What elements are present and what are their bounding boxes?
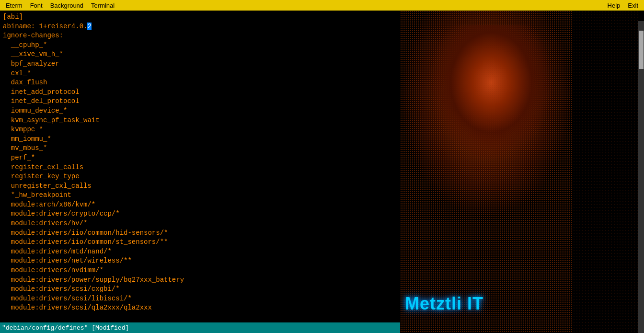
terminal-line: module:drivers/mtd/nand/*: [3, 247, 397, 257]
terminal-line: module:drivers/hv/*: [3, 219, 397, 229]
terminal-line: register_key_type: [3, 172, 397, 182]
scrollbar[interactable]: [638, 21, 644, 333]
terminal-output[interactable]: [abi]abiname: 1+reiser4.0.2ignore-change…: [0, 11, 400, 322]
dither-svg: [400, 11, 573, 333]
terminal-line: module:drivers/iio/common/st_sensors/**: [3, 238, 397, 247]
statusbar: "debian/config/defines" [Modified]: [0, 322, 400, 333]
menu-exit[interactable]: Exit: [624, 1, 642, 10]
right-panel: Metztli IT: [400, 11, 638, 333]
terminal-line: ignore-changes:: [3, 31, 397, 41]
terminal-line: abiname: 1+reiser4.0.2: [3, 22, 397, 32]
menu-background[interactable]: Background: [46, 1, 87, 10]
menu-terminal[interactable]: Terminal: [87, 1, 118, 10]
menu-eterm[interactable]: Eterm: [2, 1, 26, 10]
image-area: Metztli IT: [400, 11, 638, 333]
terminal-line: unregister_cxl_calls: [3, 182, 397, 191]
terminal-line: dax_flush: [3, 78, 397, 88]
terminal-line: mm_iommu_*: [3, 135, 397, 144]
brand-text: Metztli IT: [405, 294, 483, 314]
terminal-line: module:drivers/scsi/qla2xxx/qla2xxx: [3, 303, 397, 313]
menu-help[interactable]: Help: [604, 1, 624, 10]
terminal-line: kvmppc_*: [3, 125, 397, 135]
highlighted-char: 2: [87, 23, 91, 30]
terminal-line: module:drivers/net/wireless/**: [3, 256, 397, 266]
menu-font[interactable]: Font: [26, 1, 46, 10]
terminal-line: __xive_vm_h_*: [3, 50, 397, 59]
terminal-line: module:drivers/scsi/libiscsi/*: [3, 294, 397, 304]
svg-point-6: [436, 49, 541, 183]
terminal-line: __cpuhp_*: [3, 41, 397, 50]
terminal-line: module:drivers/scsi/cxgbi/*: [3, 285, 397, 294]
menubar: Eterm Font Background Terminal Help Exit: [0, 0, 644, 11]
terminal-line: mv_mbus_*: [3, 144, 397, 153]
terminal-line: module:drivers/iio/common/hid-sensors/*: [3, 229, 397, 238]
terminal-line: cxl_*: [3, 69, 397, 79]
main-area: [abi]abiname: 1+reiser4.0.2ignore-change…: [0, 11, 644, 333]
terminal-line: perf_*: [3, 153, 397, 163]
terminal-line: module:drivers/nvdimm/*: [3, 266, 397, 276]
terminal-line: bpf_analyzer: [3, 59, 397, 69]
terminal-line: module:arch/x86/kvm/*: [3, 200, 397, 210]
terminal-line: kvm_async_pf_task_wait: [3, 116, 397, 126]
svg-point-4: [400, 231, 573, 333]
terminal-line: module:drivers/crypto/ccp/*: [3, 209, 397, 219]
terminal-line: *_hw_breakpoint: [3, 191, 397, 200]
terminal-line: [abi]: [3, 12, 397, 22]
statusbar-text: "debian/config/defines" [Modified]: [2, 324, 129, 332]
terminal-line: module:drivers/power/supply/bq27xxx_batt…: [3, 276, 397, 285]
terminal-line: inet_del_protocol: [3, 97, 397, 106]
terminal-line: inet_add_protocol: [3, 88, 397, 97]
scrollbar-thumb[interactable]: [639, 31, 644, 69]
grid-dots-right: [573, 11, 638, 333]
terminal-line: iommu_device_*: [3, 106, 397, 116]
terminal-line: register_cxl_calls: [3, 163, 397, 172]
